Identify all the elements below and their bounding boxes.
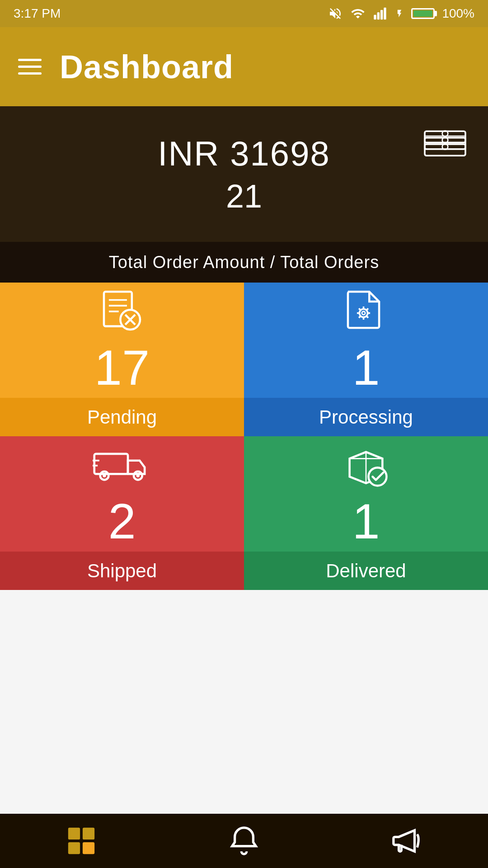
mute-icon xyxy=(328,6,343,21)
stat-processing-main: 1 xyxy=(244,283,488,398)
svg-rect-1 xyxy=(377,12,380,19)
stat-card-processing[interactable]: 1 Processing xyxy=(244,283,488,436)
signal-icon xyxy=(373,6,388,21)
summary-label: Total Order Amount / Total Orders xyxy=(109,253,379,272)
stat-card-pending[interactable]: 17 Pending xyxy=(0,283,244,436)
stat-card-shipped[interactable]: 2 Shipped xyxy=(0,436,244,590)
nav-announcements[interactable] xyxy=(380,823,434,859)
svg-line-29 xyxy=(359,316,361,318)
svg-line-27 xyxy=(366,316,368,318)
pending-order-icon xyxy=(97,288,147,334)
svg-point-34 xyxy=(136,474,140,477)
stats-grid: 17 Pending 1 xyxy=(0,283,488,590)
status-bar: 3:17 PM 100% xyxy=(0,0,488,27)
svg-point-21 xyxy=(362,311,365,314)
summary-main: INR 31698 21 xyxy=(0,106,488,242)
bolt-icon xyxy=(395,6,404,21)
svg-rect-3 xyxy=(384,8,386,20)
money-stack-icon xyxy=(420,120,470,162)
processing-label: Processing xyxy=(319,406,413,428)
bottom-nav xyxy=(0,814,488,868)
nav-notifications[interactable] xyxy=(217,823,271,859)
menu-button[interactable] xyxy=(18,59,42,75)
delivered-label: Delivered xyxy=(326,560,406,582)
svg-rect-30 xyxy=(94,453,128,474)
svg-rect-40 xyxy=(68,828,80,840)
stat-card-delivered[interactable]: 1 Delivered xyxy=(244,436,488,590)
package-icon xyxy=(341,442,391,487)
stat-pending-main: 17 xyxy=(0,283,244,398)
svg-rect-41 xyxy=(83,828,94,840)
total-orders: 21 xyxy=(226,178,262,215)
pending-label: Pending xyxy=(87,406,157,428)
summary-card: INR 31698 21 Total Order Amount / Total … xyxy=(0,106,488,283)
svg-point-20 xyxy=(359,309,367,317)
bell-icon xyxy=(228,825,260,857)
status-time: 3:17 PM xyxy=(14,6,61,21)
svg-point-39 xyxy=(368,467,386,486)
shipped-label: Shipped xyxy=(87,560,157,582)
total-amount: INR 31698 xyxy=(158,134,330,173)
nav-dashboard[interactable] xyxy=(54,823,108,859)
battery-icon xyxy=(411,8,435,19)
svg-rect-42 xyxy=(68,842,80,854)
svg-rect-43 xyxy=(83,842,94,854)
svg-rect-0 xyxy=(374,15,376,20)
status-icons: 100% xyxy=(328,6,474,21)
shipped-count: 2 xyxy=(108,496,136,546)
processing-icon xyxy=(341,288,391,334)
wifi-icon xyxy=(350,6,366,21)
header: Dashboard xyxy=(0,27,488,106)
processing-count: 1 xyxy=(352,343,380,392)
svg-line-28 xyxy=(366,308,368,310)
truck-icon xyxy=(93,442,151,487)
stat-delivered-main: 1 xyxy=(244,436,488,552)
pending-footer: Pending xyxy=(0,398,244,436)
stat-shipped-main: 2 xyxy=(0,436,244,552)
svg-rect-2 xyxy=(380,10,383,19)
delivered-footer: Delivered xyxy=(244,552,488,590)
battery-percent: 100% xyxy=(442,6,474,21)
grid-icon xyxy=(66,825,97,857)
page-title: Dashboard xyxy=(60,48,234,85)
processing-footer: Processing xyxy=(244,398,488,436)
summary-footer: Total Order Amount / Total Orders xyxy=(0,242,488,283)
megaphone-icon xyxy=(391,825,422,857)
svg-line-26 xyxy=(359,308,361,310)
svg-point-32 xyxy=(103,474,106,477)
delivered-count: 1 xyxy=(352,496,380,546)
pending-count: 17 xyxy=(94,343,150,392)
shipped-footer: Shipped xyxy=(0,552,244,590)
